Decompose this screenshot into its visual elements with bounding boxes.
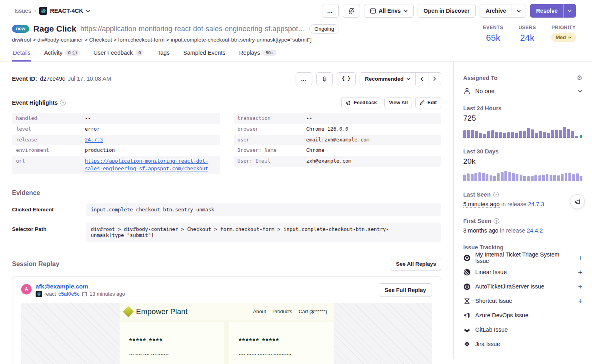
product-desc-masked: **** ****** ***** *** ***********: [239, 353, 324, 357]
priority-label: PRIORITY: [552, 25, 576, 30]
highlight-value: --: [306, 115, 312, 122]
issue-tracking-item[interactable]: GitLab Issue: [463, 322, 582, 337]
tab-details[interactable]: Details: [12, 50, 31, 62]
users-count[interactable]: 24k: [520, 33, 534, 43]
first-seen-release-link[interactable]: 24.4.2: [527, 227, 543, 234]
breadcrumb: Issues › REACT-4CK: [14, 7, 90, 15]
add-issue-button[interactable]: +: [578, 283, 582, 290]
archive-button[interactable]: Archive: [480, 4, 512, 18]
product-title-masked: ***** ****: [129, 337, 214, 345]
add-issue-button[interactable]: +: [578, 254, 582, 262]
add-issue-button[interactable]: +: [578, 269, 582, 276]
edit-button[interactable]: Edit: [415, 97, 441, 108]
event-attachments-button[interactable]: [316, 72, 333, 85]
issue-tracking-item[interactable]: My Internal Ticket Triage System Issue+: [463, 251, 582, 265]
empower-plant-logo-icon: [123, 306, 134, 317]
site-nav-item[interactable]: About: [253, 309, 266, 314]
spark-bar: [486, 174, 488, 181]
highlights-table-left: handled--levelerrorrelease24.7.3environm…: [12, 113, 220, 174]
last-seen-release-link[interactable]: 24.7.3: [528, 201, 544, 207]
spark-bar: [568, 173, 571, 181]
project-selector[interactable]: REACT-4CK: [39, 7, 90, 15]
replay-time-ago[interactable]: 13 minutes ago: [90, 291, 125, 297]
last-24-hours-count[interactable]: 725: [463, 114, 582, 123]
resolve-label: Resolve: [536, 8, 558, 14]
json-braces-icon: { }: [342, 76, 351, 82]
issue-tracking-item[interactable]: Azure DevOps Issue: [463, 308, 582, 322]
environment-selector-label: All Envs: [379, 8, 401, 14]
last-30-days-count[interactable]: 20k: [463, 157, 582, 166]
highlight-value: --: [85, 115, 91, 122]
spark-bar: [490, 175, 492, 181]
spark-bar: [539, 131, 542, 138]
spark-bar: [575, 136, 578, 138]
events-stat: EVENTS 65k: [483, 25, 503, 43]
replay-user-link[interactable]: afk@example.com: [36, 283, 125, 290]
tab-sampled-events[interactable]: Sampled Events: [182, 50, 226, 62]
previous-event-button[interactable]: [415, 72, 428, 85]
priority-selector[interactable]: Med: [551, 33, 576, 42]
issue-tracking-item[interactable]: Shortcut Issue+: [463, 294, 582, 308]
last-seen-ago[interactable]: 5 minutes ago: [463, 201, 500, 208]
site-nav-item[interactable]: Cart ($******): [298, 309, 327, 314]
see-all-replays-button[interactable]: See All Replays: [391, 258, 441, 271]
gear-icon[interactable]: ⚙: [577, 74, 582, 82]
issue-tracking-item[interactable]: AutoTicketJiraServer Issue+: [463, 279, 582, 294]
event-more-button[interactable]: …: [296, 72, 312, 85]
site-nav-item[interactable]: Products: [272, 309, 292, 314]
highlight-value-link[interactable]: 24.7.3: [85, 137, 103, 143]
issue-tracking-block: Issue Tracking My Internal Ticket Triage…: [463, 244, 582, 351]
spark-bar: [467, 173, 470, 181]
resolve-button[interactable]: Resolve: [530, 4, 564, 18]
product-card: ****** ********* ****** ***** *** ******…: [229, 322, 334, 364]
more-actions-button[interactable]: …: [322, 4, 339, 18]
open-in-discover-button[interactable]: Open in Discover: [418, 4, 476, 18]
events-count[interactable]: 65k: [486, 33, 500, 43]
resolve-dropdown-button[interactable]: [563, 4, 576, 18]
see-full-replay-button[interactable]: See Full Replay: [379, 283, 432, 297]
highlight-value-link[interactable]: https://application-monitoring-react-dot…: [85, 158, 208, 171]
jira-icon: [463, 340, 471, 348]
spark-bar: [527, 128, 530, 138]
first-seen-ago[interactable]: 3 months ago: [463, 227, 498, 234]
archive-dropdown-button[interactable]: [512, 4, 526, 18]
replay-id-link[interactable]: c5af0e5c: [58, 291, 80, 297]
tab-user-feedback[interactable]: User Feedback0: [93, 50, 145, 62]
add-issue-button[interactable]: +: [578, 297, 582, 305]
event-json-button[interactable]: { }: [337, 72, 356, 85]
spark-bar: [512, 173, 515, 181]
spark-bar: [553, 175, 556, 181]
replay-preview[interactable]: Empower Plant AboutProductsCart ($******…: [21, 303, 432, 364]
help-icon[interactable]: ?: [60, 100, 66, 105]
event-timestamp[interactable]: Jul 17, 10:08 AM: [68, 76, 111, 82]
environment-selector-button[interactable]: All Envs: [364, 4, 414, 18]
megaphone-icon: [346, 100, 351, 105]
mute-alerts-button[interactable]: [343, 4, 360, 18]
event-id-block: Event ID: d27ce49c Jul 17, 10:08 AM: [12, 76, 111, 82]
floating-feedback-button[interactable]: [570, 194, 585, 209]
tab-replays[interactable]: Replays50+: [238, 50, 277, 62]
view-all-button[interactable]: View All: [384, 97, 412, 108]
feedback-button[interactable]: Feedback: [341, 97, 381, 108]
help-icon[interactable]: ?: [494, 218, 499, 224]
tab-activity[interactable]: Activity0: [43, 50, 80, 62]
breadcrumb-issues-link[interactable]: Issues: [14, 8, 31, 14]
bell-muted-icon: [348, 8, 355, 14]
spark-bar: [557, 175, 560, 181]
chevron-down-icon: [578, 90, 582, 93]
last-30-days-chart[interactable]: [463, 169, 582, 181]
event-sort-selector[interactable]: Recommended: [360, 72, 416, 85]
last-24-hours-chart[interactable]: [463, 126, 582, 138]
assignee-selector[interactable]: No one: [463, 87, 582, 95]
issue-tracking-item[interactable]: Linear Issue+: [463, 265, 582, 279]
spark-bar: [495, 132, 498, 138]
spark-bar: [463, 175, 466, 181]
more-icon: …: [327, 8, 334, 14]
issue-tracking-item[interactable]: Jira Issue: [463, 337, 582, 351]
spark-bar: [516, 174, 518, 181]
help-icon[interactable]: ?: [493, 192, 499, 197]
spark-bar: [542, 175, 545, 181]
tab-tags[interactable]: Tags: [156, 50, 170, 62]
next-event-button[interactable]: [428, 72, 441, 85]
spark-bar: [538, 175, 541, 181]
